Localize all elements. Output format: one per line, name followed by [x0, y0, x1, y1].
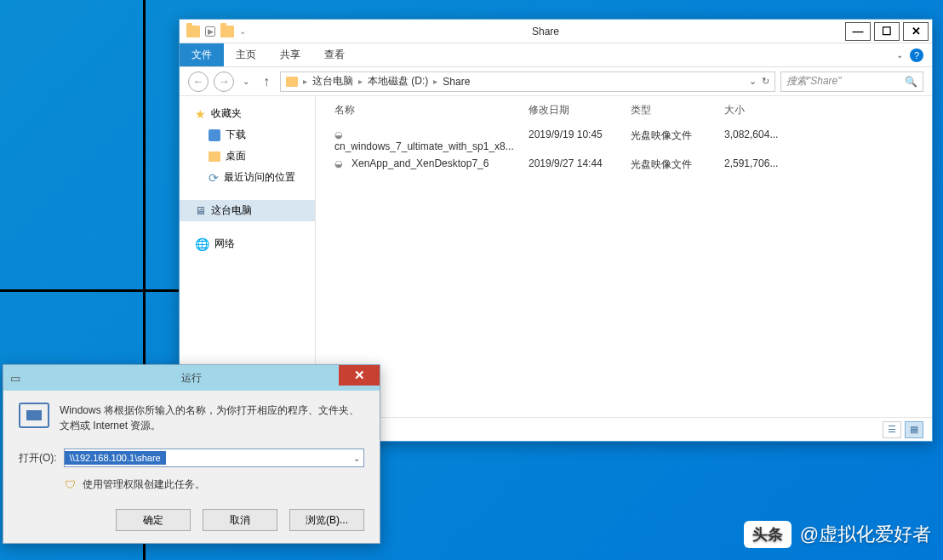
disc-icon: ◒	[334, 158, 346, 169]
download-icon	[209, 129, 220, 141]
details-view-button[interactable]: ☰	[883, 421, 901, 438]
sidebar-network[interactable]: 🌐网络	[180, 233, 315, 254]
recent-icon: ⟳	[209, 171, 219, 185]
browse-button[interactable]: 浏览(B)...	[289, 509, 364, 531]
desktop-icon	[209, 151, 220, 162]
icons-view-button[interactable]: ▦	[905, 421, 923, 438]
close-button[interactable]: ✕	[903, 22, 929, 41]
col-size[interactable]: 大小	[724, 103, 809, 117]
up-button[interactable]: ↑	[258, 73, 275, 90]
open-label: 打开(O):	[19, 451, 57, 466]
sidebar-recent[interactable]: ⟳最近访问的位置	[180, 167, 315, 188]
watermark: 头条 @虚拟化爱好者	[744, 521, 931, 548]
tab-home[interactable]: 主页	[224, 43, 268, 66]
star-icon: ★	[195, 107, 206, 121]
ribbon: 文件 主页 共享 查看 ⌄ ?	[180, 43, 932, 67]
file-row[interactable]: ◒cn_windows_7_ultimate_with_sp1_x8... 20…	[324, 126, 923, 155]
disc-icon: ◒	[334, 129, 346, 140]
qa-dropdown[interactable]: ⌄	[239, 26, 246, 36]
run-title-icon: ▭	[10, 372, 20, 385]
folder-icon	[286, 77, 298, 87]
run-close-button[interactable]: ✕	[339, 365, 380, 386]
watermark-text: @虚拟化爱好者	[800, 522, 931, 547]
dropdown-icon[interactable]: ⌄	[353, 454, 360, 463]
ok-button[interactable]: 确定	[116, 509, 191, 531]
search-placeholder: 搜索"Share"	[786, 74, 842, 89]
run-titlebar[interactable]: ▭ 运行 ✕	[3, 365, 380, 391]
sidebar-downloads[interactable]: 下载	[180, 124, 315, 146]
run-title-text: 运行	[181, 371, 202, 386]
folder-icon	[186, 26, 200, 37]
sidebar-favorites[interactable]: ★收藏夹	[180, 103, 315, 124]
cancel-button[interactable]: 取消	[203, 509, 277, 531]
ribbon-collapse-icon[interactable]: ⌄	[896, 50, 903, 60]
search-input[interactable]: 搜索"Share" 🔍	[780, 71, 923, 92]
breadcrumb[interactable]: ▸ 这台电脑 ▸ 本地磁盘 (D:) ▸ Share ⌄ ↻	[280, 71, 775, 92]
file-row[interactable]: ◒XenApp_and_XenDesktop7_6 2019/9/27 14:4…	[324, 155, 923, 174]
run-description: Windows 将根据你所输入的名称，为你打开相应的程序、文件夹、文档或 Int…	[60, 403, 364, 433]
run-input-value: \\192.168.100.1\share	[65, 451, 166, 465]
help-icon[interactable]: ?	[910, 49, 923, 62]
sidebar-this-pc[interactable]: 🖥这台电脑	[180, 200, 315, 221]
titlebar[interactable]: ▶ ⌄ Share — ☐ ✕	[180, 20, 932, 43]
qa-icon[interactable]: ▶	[205, 26, 215, 37]
crumb-drive[interactable]: 本地磁盘 (D:)	[368, 74, 428, 89]
crumb-pc[interactable]: 这台电脑	[312, 74, 353, 89]
col-name[interactable]: 名称	[324, 103, 529, 117]
run-input[interactable]: \\192.168.100.1\share ⌄	[64, 449, 364, 467]
search-icon[interactable]: 🔍	[905, 76, 917, 88]
nav-row: ← → ⌄ ↑ ▸ 这台电脑 ▸ 本地磁盘 (D:) ▸ Share ⌄ ↻ 搜…	[180, 67, 932, 96]
back-button[interactable]: ←	[188, 71, 209, 92]
chevron-right-icon[interactable]: ▸	[430, 77, 441, 86]
crumb-folder[interactable]: Share	[443, 76, 470, 88]
globe-icon: 🌐	[195, 237, 209, 251]
tab-share[interactable]: 共享	[268, 43, 312, 66]
window-title: Share	[532, 26, 559, 37]
file-list: 名称 修改日期 类型 大小 ◒cn_windows_7_ultimate_wit…	[316, 96, 932, 417]
tab-view[interactable]: 查看	[312, 43, 357, 66]
chevron-right-icon[interactable]: ▸	[355, 77, 366, 86]
tab-file[interactable]: 文件	[180, 43, 224, 66]
col-type[interactable]: 类型	[631, 103, 724, 117]
minimize-button[interactable]: —	[845, 22, 871, 41]
folder-icon-2	[220, 26, 234, 37]
run-app-icon	[19, 403, 49, 428]
sidebar-desktop[interactable]: 桌面	[180, 146, 315, 167]
admin-note: 使用管理权限创建此任务。	[83, 477, 205, 492]
col-date[interactable]: 修改日期	[529, 103, 631, 117]
forward-button[interactable]: →	[214, 71, 234, 92]
column-headers: 名称 修改日期 类型 大小	[324, 100, 923, 126]
pc-icon: 🖥	[195, 204, 206, 217]
refresh-icon[interactable]: ↻	[762, 76, 769, 87]
watermark-logo: 头条	[744, 521, 792, 548]
history-dropdown-icon[interactable]: ⌄	[239, 77, 253, 86]
maximize-button[interactable]: ☐	[874, 22, 900, 41]
chevron-right-icon[interactable]: ▸	[300, 77, 311, 86]
dropdown-icon[interactable]: ⌄	[749, 76, 757, 87]
shield-icon: 🛡	[65, 478, 76, 491]
run-dialog: ▭ 运行 ✕ Windows 将根据你所输入的名称，为你打开相应的程序、文件夹、…	[3, 364, 380, 544]
